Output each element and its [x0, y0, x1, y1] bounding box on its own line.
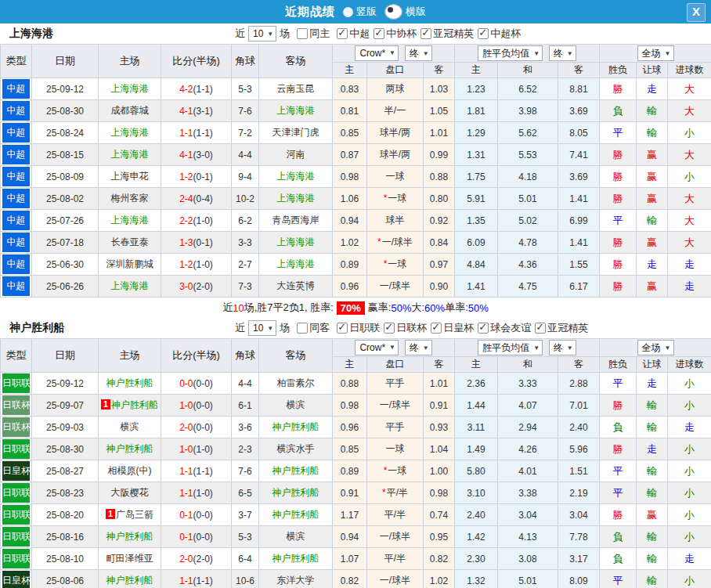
league-checkbox[interactable]: [535, 323, 546, 334]
league-filter-item[interactable]: 中超杯: [478, 27, 521, 41]
league-filter-item[interactable]: 中协杯: [374, 27, 417, 41]
col-away: 客场: [259, 339, 333, 373]
league-filter-item[interactable]: 日皇杯: [431, 321, 474, 335]
avg-lose-odds: 1.55: [558, 254, 600, 276]
league-type-badge: 中超: [2, 276, 30, 296]
halftime-score: (0-0): [193, 510, 213, 521]
result-handicap: 赢: [647, 149, 657, 161]
home-team-name: 长春亚泰: [111, 236, 149, 247]
radio-vertical-icon[interactable]: [343, 7, 353, 17]
odds-company-select[interactable]: Crow*▼: [355, 340, 399, 355]
handicap-away-odds: 1.01: [424, 373, 455, 395]
league-filter-item[interactable]: 亚冠精英: [535, 321, 588, 335]
halftime-score: (0-0): [193, 400, 213, 411]
away-team-name: 神户胜利船: [272, 421, 319, 432]
result-goals: 小: [684, 509, 695, 521]
home-team-cell: 上海海港: [99, 276, 161, 298]
league-filter-item[interactable]: 亚冠精英: [420, 27, 474, 41]
scope-select[interactable]: 全场▼: [637, 45, 674, 61]
halftime-score: (1-1): [193, 84, 213, 95]
handicap-line: *一球: [367, 188, 424, 210]
same-venue-checkbox[interactable]: [297, 323, 308, 334]
layout-option-vertical[interactable]: 竖版: [343, 5, 377, 19]
match-date: 25-08-02: [32, 188, 99, 210]
result-handicap-cell: 輸: [637, 395, 668, 417]
match-row: 日皇杯25-08-06神户胜利船1-1(1-1)10-6东洋大学0.82一/球半…: [1, 570, 711, 588]
league-type-badge: 日职联: [2, 373, 30, 393]
match-count-select[interactable]: 10▼: [248, 320, 276, 336]
halftime-score: (1-0): [193, 215, 213, 226]
odds-company-select[interactable]: Crow*▼: [355, 45, 399, 61]
same-venue-option[interactable]: 同客: [297, 321, 330, 335]
league-filter-item[interactable]: 日职联: [337, 321, 380, 335]
fulltime-score: 4-1: [179, 106, 193, 117]
league-checkbox[interactable]: [384, 323, 395, 334]
league-checkbox[interactable]: [478, 323, 489, 334]
league-checkbox[interactable]: [337, 28, 348, 39]
handicap-home-odds: 0.83: [333, 78, 367, 100]
halftime-score: (1-0): [193, 444, 213, 455]
fulltime-score: 2-2: [179, 215, 193, 226]
home-team-name: 相模原(中): [108, 465, 152, 476]
handicap-away-odds: 0.99: [424, 144, 455, 166]
league-type-badge: 中超: [2, 167, 30, 186]
near-label: 近: [235, 27, 245, 41]
same-venue-checkbox[interactable]: [297, 28, 308, 39]
layout-option-horizontal[interactable]: 横版: [384, 4, 426, 20]
away-team-name: 天津津门虎: [272, 127, 319, 138]
match-date: 25-08-16: [32, 526, 99, 548]
avg-time-select[interactable]: 终▼: [549, 340, 576, 355]
result-wdl-cell: 勝: [600, 232, 637, 254]
team-name: 神户胜利船: [9, 321, 64, 335]
score-cell: 1-0(1-0): [161, 438, 232, 460]
result-goals-cell: 小: [668, 482, 711, 504]
league-checkbox[interactable]: [431, 323, 442, 334]
home-team-name: 深圳新鹏城: [106, 258, 153, 269]
avg-win-odds: 1.31: [455, 144, 498, 166]
league-type-cell: 中超: [1, 210, 32, 232]
home-team-name: 神户胜利船: [111, 399, 158, 410]
sub-col-handicap: 盘口: [367, 357, 424, 373]
league-checkbox[interactable]: [420, 28, 431, 39]
score-cell: 1-1(1-1): [161, 122, 232, 144]
avg-win-odds: 3.10: [455, 482, 498, 504]
away-team-cell: 上海海港: [259, 254, 333, 276]
close-icon[interactable]: X: [687, 3, 706, 22]
avg-odds-select[interactable]: 胜平负均值▼: [478, 340, 543, 355]
radio-horizontal-icon[interactable]: [384, 4, 402, 20]
odds-time-select[interactable]: 终▼: [405, 45, 432, 61]
corner-cell: 3-3: [232, 232, 259, 254]
avg-time-select[interactable]: 终▼: [549, 45, 576, 61]
avg-draw-odds: 3.38: [498, 482, 558, 504]
handicap-home-odds: 1.06: [333, 188, 367, 210]
avg-odds-select[interactable]: 胜平负均值▼: [478, 45, 543, 61]
filter-row: 神户胜利船 近 10▼ 场 同客 日职联日联杯日皇杯球会友谊亚冠精英: [0, 318, 711, 338]
handicap-home-odds: 0.85: [333, 122, 367, 144]
star-icon: *: [384, 258, 388, 269]
league-checkbox[interactable]: [337, 323, 348, 334]
league-checkbox[interactable]: [374, 28, 384, 39]
scope-select[interactable]: 全场▼: [637, 340, 674, 355]
matches-table: 类型 日期 主场 比分(半场) 角球 客场 Crow*▼ 终▼ 胜平负均值▼ 终…: [0, 44, 711, 298]
league-filter-item[interactable]: 球会友谊: [478, 321, 531, 335]
same-venue-option[interactable]: 同主: [297, 27, 330, 41]
odds-time-select[interactable]: 终▼: [405, 340, 432, 355]
result-handicap-cell: 赢: [637, 144, 668, 166]
handicap-home-odds: 0.89: [333, 460, 367, 482]
league-type-cell: 日职联: [1, 526, 32, 548]
handicap-text: 一球: [386, 443, 405, 454]
sub-col-home-odds: 主: [333, 63, 367, 78]
avg-lose-odds: 8.81: [558, 78, 600, 100]
league-filter-item[interactable]: 日联杯: [384, 321, 427, 335]
league-filter-item[interactable]: 中超: [337, 27, 370, 41]
result-wdl-cell: 平: [600, 460, 637, 482]
match-count-select[interactable]: 10▼: [248, 26, 276, 41]
radio-horizontal-label: 横版: [406, 5, 426, 19]
avg-lose-odds: 3.17: [558, 548, 600, 570]
league-checkbox[interactable]: [478, 28, 489, 39]
fulltime-score: 4-2: [179, 84, 193, 95]
handicap-away-odds: 0.82: [424, 548, 455, 570]
away-team-cell: 柏雷素尔: [259, 373, 333, 395]
avg-draw-odds: 4.26: [498, 438, 558, 460]
home-team-cell: 长春亚泰: [99, 232, 161, 254]
